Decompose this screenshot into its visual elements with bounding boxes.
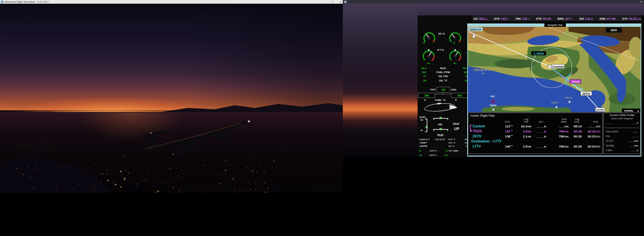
- vnav-row-value: ____°: [632, 135, 638, 137]
- city-light: [228, 183, 229, 184]
- vnav-row-value: ____MPM: [629, 140, 638, 142]
- city-light: [247, 167, 247, 168]
- fp-row-tivz4[interactable]: TIVZ4132°T3.0KM____M766GAL00:2916:22UTC: [470, 129, 600, 134]
- city-light: [94, 188, 94, 188]
- city-light: [120, 182, 120, 182]
- city-light: [265, 160, 266, 160]
- engine-panel: N1 % 35 35 ITT°C: [418, 16, 468, 157]
- city-light: [70, 165, 71, 165]
- ldg-elev-label: LDG ELEV: [435, 138, 445, 140]
- fp-row-custom[interactable]: Custom113°T52.4KM____M___GAL08:14__:__UT…: [470, 124, 600, 129]
- city-light: [259, 163, 259, 164]
- nav-field-unit: °T: [506, 18, 508, 20]
- star: [1, 39, 1, 40]
- city-light: [273, 171, 274, 171]
- city-light: [96, 185, 96, 185]
- city-light: [191, 186, 191, 186]
- city-light: [157, 174, 158, 174]
- city-light: [4, 190, 4, 191]
- city-light: [120, 171, 121, 172]
- city-light: [250, 189, 251, 190]
- city-light: [210, 174, 210, 174]
- fuel-left-box: 384: [418, 93, 435, 98]
- city-light: [261, 180, 261, 180]
- city-light: [333, 169, 333, 169]
- city-light: [234, 177, 235, 177]
- vnav-row-label: V DEV: [606, 149, 612, 152]
- fp-row-25tiv[interactable]: 25TIV138°T2.1KM____M766GAL00:2016:22UTC: [470, 134, 600, 139]
- city-light: [314, 171, 314, 172]
- city-light: [200, 173, 201, 174]
- city-light: [120, 186, 121, 187]
- fp-row-lytv[interactable]: LYTV140°T2.9KM____M765GAL00:2816:23UTC: [470, 144, 600, 149]
- city-light: [109, 190, 110, 191]
- rat-row: RAT °C19: [448, 138, 467, 140]
- city-light: [16, 186, 17, 186]
- city-light: [233, 178, 233, 178]
- fp-cell-alt: ____M: [531, 129, 546, 133]
- city-light: [277, 157, 278, 158]
- isa-row: ISA °C4: [448, 145, 467, 147]
- waypoint-label-25tiv: 25TIV: [582, 92, 590, 96]
- city-light: [31, 170, 31, 170]
- waypoint-label-tivz5: TIVZ5: [565, 96, 572, 99]
- city-light: [255, 187, 256, 187]
- city-light: [234, 192, 235, 192]
- nav-field-value: 127: [565, 17, 570, 20]
- city-light: [42, 144, 42, 144]
- city-light: [255, 184, 255, 185]
- city-light: [157, 171, 157, 172]
- popout-app-icon[interactable]: [344, 1, 346, 3]
- popout-close-icon[interactable]: ✕: [640, 0, 642, 4]
- city-light: [128, 189, 129, 189]
- city-light: [6, 171, 7, 171]
- waypoint-label-custom: Custom: [552, 65, 564, 68]
- star: [143, 59, 144, 59]
- city-light: [146, 180, 146, 180]
- engine-value-left: 331: [418, 71, 426, 74]
- city-light: [164, 164, 164, 164]
- fp-cell-eta: 16:23UTC: [582, 144, 600, 148]
- close-button[interactable]: ✕: [339, 0, 341, 4]
- minimize-button[interactable]: –: [324, 0, 326, 4]
- city-light: [92, 189, 92, 189]
- city-light: [120, 191, 120, 191]
- rud-marker: [440, 128, 442, 130]
- city-light: [157, 167, 157, 167]
- maximize-button[interactable]: ▢: [331, 0, 334, 4]
- star: [18, 21, 19, 21]
- city-light: [217, 176, 217, 176]
- n1-label: N1 %: [438, 32, 445, 35]
- city-light: [268, 188, 269, 188]
- city-light: [146, 185, 146, 185]
- city-light: [180, 171, 181, 171]
- city-light: [260, 165, 260, 166]
- city-light: [172, 165, 172, 166]
- fp-section-row[interactable]: Destination – LYTV: [470, 139, 600, 144]
- fp-cell-dis: 2.9KM: [513, 144, 531, 148]
- city-light: [35, 168, 35, 169]
- city-light: [101, 182, 102, 183]
- nav-field-label: BRG: [557, 17, 564, 20]
- flight-plan-headers: DTKLeg DISALTFuel REMLeg ETEETA: [470, 117, 600, 123]
- city-light: [138, 183, 139, 184]
- city-light: [160, 182, 161, 182]
- city-light: [301, 181, 301, 181]
- city-light: [125, 170, 126, 171]
- map-mode-label: NORMAL: [624, 110, 634, 112]
- city-light: [167, 164, 167, 165]
- city-light: [331, 171, 331, 171]
- city-light: [316, 159, 317, 159]
- city-light: [28, 192, 28, 192]
- city-light: [49, 172, 50, 173]
- city-light: [200, 176, 201, 176]
- city-light: [60, 171, 60, 171]
- town-label-herceg-novi: Herceg Novi: [473, 68, 490, 71]
- city-light: [296, 184, 297, 185]
- waypoint-label-tivz4: TIVZ4: [571, 80, 580, 83]
- city-light: [34, 169, 34, 169]
- navigation-map[interactable]: NORTH UP0KH2.78KMNORMAL◆Herceg NoviROTIB…: [468, 27, 641, 112]
- city-light: [38, 181, 39, 181]
- city-light: [155, 185, 156, 186]
- city-light: [111, 183, 111, 183]
